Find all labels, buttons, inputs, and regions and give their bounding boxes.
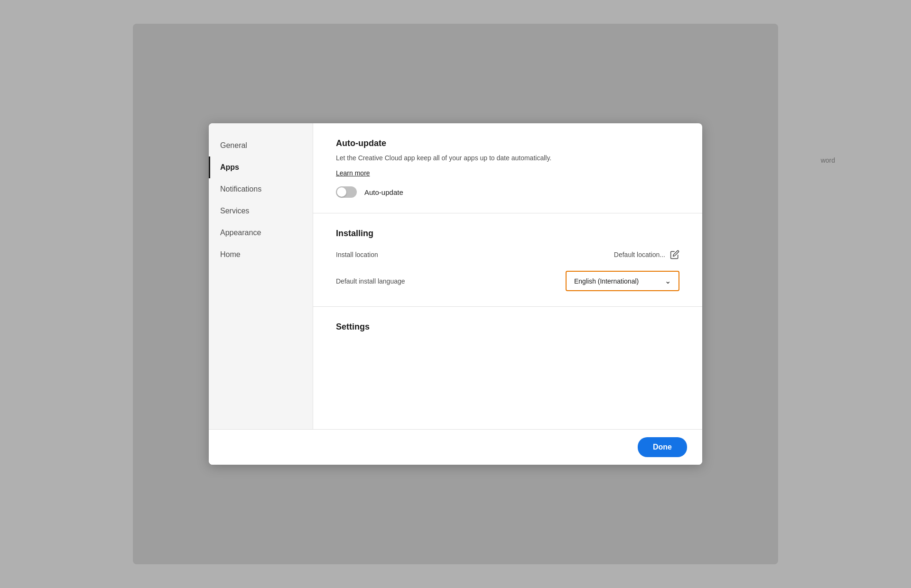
sidebar-item-apps-label: Apps bbox=[220, 163, 239, 171]
default-language-label: Default install language bbox=[336, 277, 405, 285]
language-dropdown[interactable]: English (International) ⌄ bbox=[566, 271, 679, 291]
background-password-hint: word bbox=[821, 156, 835, 164]
outer-background: word General Apps Notifications Services… bbox=[133, 24, 778, 564]
main-content: Auto-update Let the Creative Cloud app k… bbox=[313, 123, 702, 429]
auto-update-toggle[interactable] bbox=[336, 186, 357, 198]
sidebar-item-apps[interactable]: Apps bbox=[209, 156, 313, 178]
auto-update-title: Auto-update bbox=[336, 138, 679, 148]
sidebar-item-appearance-label: Appearance bbox=[220, 229, 261, 237]
dialog-body: General Apps Notifications Services Appe… bbox=[209, 123, 702, 429]
default-language-row: Default install language English (Intern… bbox=[336, 271, 679, 291]
install-location-row: Install location Default location... bbox=[336, 250, 679, 259]
install-location-label: Install location bbox=[336, 251, 378, 258]
dialog-footer: Done bbox=[209, 429, 702, 465]
settings-dialog: General Apps Notifications Services Appe… bbox=[209, 123, 702, 465]
sidebar-item-appearance[interactable]: Appearance bbox=[209, 222, 313, 244]
sidebar-item-home[interactable]: Home bbox=[209, 244, 313, 266]
sidebar: General Apps Notifications Services Appe… bbox=[209, 123, 313, 429]
sidebar-item-notifications-label: Notifications bbox=[220, 185, 261, 193]
sidebar-item-general-label: General bbox=[220, 141, 247, 149]
chevron-down-icon: ⌄ bbox=[665, 276, 671, 285]
sidebar-item-services[interactable]: Services bbox=[209, 200, 313, 222]
installing-title: Installing bbox=[336, 229, 679, 239]
edit-icon[interactable] bbox=[670, 250, 679, 259]
settings-section: Settings bbox=[313, 307, 702, 352]
toggle-knob bbox=[337, 187, 346, 197]
auto-update-toggle-row: Auto-update bbox=[336, 186, 679, 198]
settings-title: Settings bbox=[336, 322, 679, 332]
install-location-value-group: Default location... bbox=[614, 250, 679, 259]
learn-more-link[interactable]: Learn more bbox=[336, 169, 370, 177]
auto-update-toggle-label: Auto-update bbox=[364, 188, 403, 196]
sidebar-item-home-label: Home bbox=[220, 250, 241, 258]
sidebar-item-notifications[interactable]: Notifications bbox=[209, 178, 313, 200]
install-location-value: Default location... bbox=[614, 251, 665, 258]
auto-update-description: Let the Creative Cloud app keep all of y… bbox=[336, 153, 679, 163]
language-dropdown-value: English (International) bbox=[574, 277, 639, 285]
sidebar-item-services-label: Services bbox=[220, 207, 249, 215]
auto-update-section: Auto-update Let the Creative Cloud app k… bbox=[313, 123, 702, 213]
sidebar-item-general[interactable]: General bbox=[209, 135, 313, 156]
done-button[interactable]: Done bbox=[638, 437, 687, 457]
installing-section: Installing Install location Default loca… bbox=[313, 213, 702, 307]
